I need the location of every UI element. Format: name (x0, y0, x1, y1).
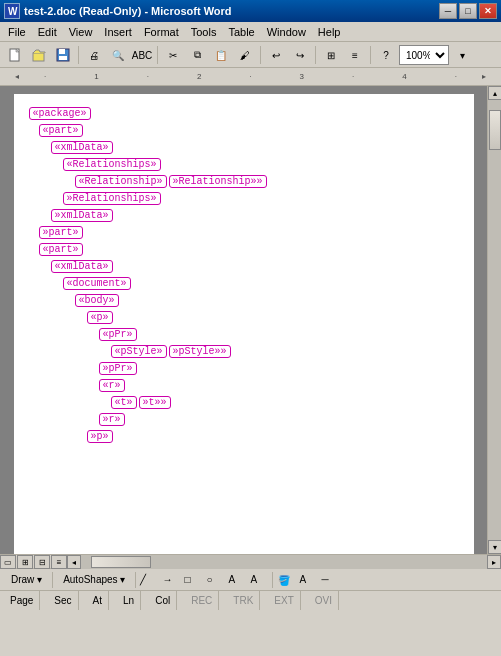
line-color-button[interactable]: ─ (320, 571, 340, 589)
scroll-thumb[interactable] (489, 110, 501, 150)
draw-button[interactable]: Draw ▾ (4, 571, 49, 589)
autoshapes-label: AutoShapes ▾ (63, 574, 125, 585)
xml-node-p-close[interactable]: »p» (87, 430, 113, 443)
xml-node-pstyle-close[interactable]: »pStyle»» (169, 345, 231, 358)
menu-insert[interactable]: Insert (98, 24, 138, 40)
menu-help[interactable]: Help (312, 24, 347, 40)
status-bar: Page Sec At Ln Col REC TRK EXT OVI (0, 590, 501, 610)
h-scroll-track[interactable] (81, 555, 487, 569)
normal-view-button[interactable]: ▭ (0, 555, 16, 569)
xml-line-pstyle: «pStyle» »pStyle»» (110, 343, 460, 359)
xml-node-ppr-open[interactable]: «pPr» (99, 328, 137, 341)
xml-node-p-open[interactable]: «p» (87, 311, 113, 324)
print-preview-button[interactable]: 🔍 (107, 44, 129, 66)
arrow-tool-button[interactable]: → (161, 571, 181, 589)
ext-label: EXT (274, 595, 293, 606)
menu-tools[interactable]: Tools (185, 24, 223, 40)
xml-node-body-open[interactable]: «body» (75, 294, 119, 307)
zoom-select[interactable]: 100% 75% 50% (399, 45, 449, 65)
format-painter-button[interactable]: 🖌 (234, 44, 256, 66)
xml-node-xmldata-close[interactable]: »xmlData» (51, 209, 113, 222)
menu-window[interactable]: Window (261, 24, 312, 40)
ruler-left-btn[interactable]: ◂ (10, 70, 24, 84)
textbox-tool-button[interactable]: A (227, 571, 247, 589)
ruler-mark-2-num: 2 (197, 72, 201, 81)
menu-file[interactable]: File (2, 24, 32, 40)
draw-sep-2 (135, 572, 136, 588)
undo-button[interactable]: ↩ (265, 44, 287, 66)
xml-node-t-open[interactable]: «t» (111, 396, 137, 409)
xml-node-part-close[interactable]: »part» (39, 226, 83, 239)
xml-node-relationships-close[interactable]: »Relationships» (63, 192, 161, 205)
xml-node-xmldata-open[interactable]: «xmlData» (51, 141, 113, 154)
xml-node-xmldata2-open[interactable]: «xmlData» (51, 260, 113, 273)
xml-node-document-open[interactable]: «document» (63, 277, 131, 290)
xml-line-relationships-open: «Relationships» (62, 156, 460, 172)
vertical-scrollbar: ▴ ▾ (487, 86, 501, 554)
rec-label: REC (191, 595, 212, 606)
main-area: «package» «part» «xmlData» «Relationship… (0, 86, 501, 554)
paste-button[interactable]: 📋 (210, 44, 232, 66)
redo-button[interactable]: ↪ (289, 44, 311, 66)
rectangle-tool-button[interactable]: □ (183, 571, 203, 589)
web-view-button[interactable]: ⊞ (17, 555, 33, 569)
doc-area: «package» «part» «xmlData» «Relationship… (0, 86, 487, 554)
xml-node-part-open[interactable]: «part» (39, 124, 83, 137)
zoom-dropdown-button[interactable]: ▾ (451, 44, 473, 66)
xml-node-part2-open[interactable]: «part» (39, 243, 83, 256)
ruler-mark-dot-2: · (249, 72, 251, 81)
oval-tool-button[interactable]: ○ (205, 571, 225, 589)
ruler-mark-dot-4: · (455, 72, 457, 81)
svg-rect-3 (33, 53, 44, 61)
copy-button[interactable]: ⧉ (186, 44, 208, 66)
insert-table-button[interactable]: ⊞ (320, 44, 342, 66)
menu-edit[interactable]: Edit (32, 24, 63, 40)
status-col: Col (149, 591, 177, 610)
h-scrollbar-area: ▭ ⊞ ⊟ ≡ ◂ ▸ (0, 554, 501, 568)
xml-node-pstyle-open[interactable]: «pStyle» (111, 345, 167, 358)
print-button[interactable]: 🖨 (83, 44, 105, 66)
xml-line-relationship: «Relationship» »Relationship»» (74, 173, 460, 189)
line-tool-button[interactable]: ╱ (139, 571, 159, 589)
ruler-right-btn[interactable]: ▸ (477, 70, 491, 84)
col-label: Col (155, 595, 170, 606)
xml-node-r-close[interactable]: »r» (99, 413, 125, 426)
title-buttons: ─ □ ✕ (439, 3, 497, 19)
word-help-button[interactable]: ? (375, 44, 397, 66)
menu-view[interactable]: View (63, 24, 99, 40)
menu-table[interactable]: Table (222, 24, 260, 40)
xml-node-relationships-open[interactable]: «Relationships» (63, 158, 161, 171)
h-scroll-thumb[interactable] (91, 556, 151, 568)
xml-node-package[interactable]: «package» (29, 107, 91, 120)
outline-view-button[interactable]: ≡ (51, 555, 67, 569)
xml-node-r-open[interactable]: «r» (99, 379, 125, 392)
wordart-button[interactable]: A (249, 571, 269, 589)
scroll-track[interactable] (488, 100, 501, 540)
save-button[interactable] (52, 44, 74, 66)
spellcheck-button[interactable]: ABC (131, 44, 153, 66)
menu-format[interactable]: Format (138, 24, 185, 40)
xml-node-relationship-1[interactable]: «Relationship» (75, 175, 167, 188)
open-button[interactable] (28, 44, 50, 66)
autoshapes-button[interactable]: AutoShapes ▾ (56, 571, 132, 589)
cut-button[interactable]: ✂ (162, 44, 184, 66)
h-scroll-right-button[interactable]: ▸ (487, 555, 501, 569)
toolbar-separator-5 (370, 46, 371, 64)
menu-bar: File Edit View Insert Format Tools Table… (0, 22, 501, 42)
maximize-button[interactable]: □ (459, 3, 477, 19)
columns-button[interactable]: ≡ (344, 44, 366, 66)
h-scroll-left-button[interactable]: ◂ (67, 555, 81, 569)
ovi-label: OVI (315, 595, 332, 606)
fill-color-button[interactable]: 🪣 (276, 571, 296, 589)
xml-node-ppr-close[interactable]: »pPr» (99, 362, 137, 375)
xml-line-p-close: »p» (86, 428, 460, 444)
xml-node-t-close[interactable]: »t»» (139, 396, 171, 409)
scroll-up-button[interactable]: ▴ (488, 86, 502, 100)
close-button[interactable]: ✕ (479, 3, 497, 19)
minimize-button[interactable]: ─ (439, 3, 457, 19)
font-color-button[interactable]: A (298, 571, 318, 589)
xml-node-relationship-2[interactable]: »Relationship»» (169, 175, 267, 188)
scroll-down-button[interactable]: ▾ (488, 540, 502, 554)
print-view-button[interactable]: ⊟ (34, 555, 50, 569)
new-button[interactable] (4, 44, 26, 66)
